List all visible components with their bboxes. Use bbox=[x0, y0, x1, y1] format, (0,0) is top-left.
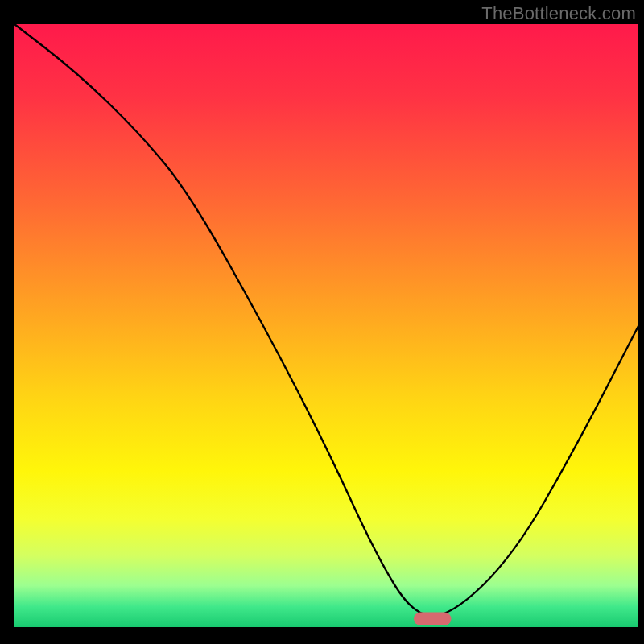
chart-frame: TheBottleneck.com bbox=[0, 0, 644, 644]
watermark-label: TheBottleneck.com bbox=[481, 3, 636, 24]
optimal-marker bbox=[414, 613, 452, 626]
bottleneck-chart bbox=[0, 0, 644, 644]
gradient-background bbox=[14, 24, 638, 628]
